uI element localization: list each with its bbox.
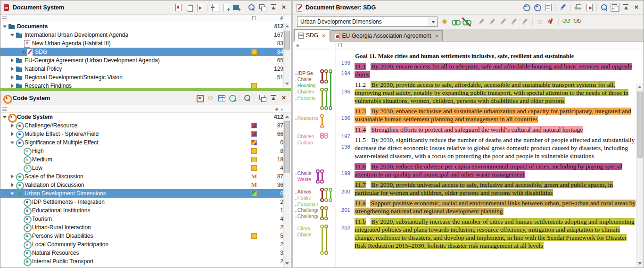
close-icon[interactable] — [280, 3, 289, 12]
insert-document-icon[interactable] — [173, 3, 182, 12]
paragraph[interactable]: Goal 11. Make cities and human settlemen… — [355, 52, 636, 60]
print-icon[interactable] — [574, 3, 583, 12]
paragraph-number[interactable]: 196 — [341, 115, 350, 121]
paragraph[interactable]: 11.aSupport positive economic, social an… — [355, 199, 636, 215]
scroll-down-icon[interactable] — [284, 80, 290, 87]
code-row[interactable]: Multiple Effect - Sphere//Field66 — [0, 130, 283, 138]
paragraph-number[interactable]: 199 — [341, 170, 350, 176]
coding-stripe[interactable] — [330, 71, 331, 108]
sort-diamond-icon[interactable] — [275, 107, 279, 111]
code-row[interactable]: Internal Public Transport2 — [0, 257, 283, 266]
redo-coding-icon[interactable] — [572, 17, 581, 26]
import-document-icon[interactable] — [210, 3, 219, 12]
paragraph[interactable]: 11.1By 2030, ensure access for all to ad… — [355, 62, 636, 78]
paragraph-column-icon[interactable] — [339, 43, 342, 47]
code-row[interactable]: Low4 — [0, 164, 283, 172]
coding-stripe-label[interactable]: ..Persons — [295, 95, 315, 100]
paragraph-number[interactable]: 202 — [341, 226, 350, 231]
new-code-icon[interactable] — [228, 93, 237, 102]
undock-icon[interactable] — [258, 3, 267, 12]
highlighter-pencil-icon[interactable] — [488, 17, 497, 26]
document-row[interactable]: SDG84 — [0, 48, 283, 56]
coding-stripe[interactable] — [326, 226, 327, 253]
document-system-scrollbar[interactable] — [283, 23, 290, 87]
scroll-up-icon[interactable] — [284, 113, 290, 120]
new-document-icon[interactable] — [221, 3, 230, 12]
chevron-down-icon[interactable] — [9, 31, 15, 39]
scroll-down-icon[interactable] — [636, 260, 643, 267]
tree-view-icon[interactable] — [2, 17, 7, 20]
scrollbar-track[interactable] — [636, 91, 643, 260]
paragraph-number[interactable]: 197 — [341, 134, 350, 139]
code-row[interactable]: Tourism4 — [0, 215, 283, 223]
code-row[interactable]: IDP Settlements - Integration2 — [0, 198, 283, 206]
paragraph[interactable]: 11.bBy 2020, substantially increase the … — [355, 218, 636, 250]
close-tab-icon[interactable] — [322, 32, 326, 39]
scrollbar-thumb[interactable] — [284, 31, 290, 50]
scroll-up-icon[interactable] — [636, 84, 643, 91]
coding-stripe-label[interactable]: ..Challen — [295, 134, 314, 139]
highlighter-pencil-icon[interactable] — [510, 17, 519, 26]
close-icon[interactable] — [280, 93, 289, 102]
maximize-icon[interactable] — [269, 3, 278, 12]
undock-active-icon[interactable] — [611, 3, 619, 12]
coding-stripe-label[interactable]: ..Cultura — [295, 140, 314, 145]
new-folder-icon[interactable] — [232, 3, 241, 12]
code-row[interactable]: Code System412 — [0, 113, 283, 121]
paragraph-number[interactable]: 193 — [341, 60, 350, 66]
chevron-right-icon[interactable] — [9, 73, 15, 82]
code-row[interactable]: Challenge//Resource87 — [0, 121, 283, 130]
code-system-scrollbar[interactable] — [283, 113, 290, 267]
paragraph[interactable]: 11.5By 2030, significantly reduce the nu… — [355, 136, 636, 160]
document-row[interactable]: National Policy129 — [0, 65, 283, 73]
coding-stripe-label[interactable]: ..Challe — [295, 76, 312, 82]
coding-stripe-label[interactable]: ..Public — [295, 195, 311, 201]
document-text[interactable]: Goal 11. Make cities and human settlemen… — [353, 49, 644, 268]
paragraph[interactable]: 11.6By 2030, reduce the adverse per capi… — [355, 162, 636, 178]
emoticode-icon[interactable] — [536, 17, 545, 26]
paragraph[interactable]: 11.4Strengthen efforts to protect and sa… — [355, 126, 636, 134]
paragraph[interactable]: 11.3By 2030, enhance inclusive and susta… — [355, 107, 636, 123]
search-icon[interactable] — [600, 3, 609, 12]
coding-stripe[interactable] — [326, 90, 327, 108]
chevron-right-icon[interactable] — [9, 181, 15, 189]
code-row[interactable]: High8 — [0, 147, 283, 155]
chevron-down-icon[interactable] — [9, 189, 15, 198]
emoticode-icon[interactable] — [206, 93, 215, 102]
coding-stripe-label[interactable]: ..Resource — [295, 115, 318, 121]
paragraph[interactable]: 11.7By 2030, provide universal access to… — [355, 181, 636, 197]
code-row[interactable]: Persons with Disabilities5 — [0, 232, 283, 240]
code-row[interactable]: Significance of Multiple Effect0 — [0, 138, 283, 147]
chevron-right-icon[interactable] — [9, 82, 15, 88]
chevron-down-icon[interactable] — [2, 22, 8, 31]
search-icon[interactable] — [243, 93, 252, 102]
code-row[interactable]: Local Community Participation2 — [0, 240, 283, 249]
paragraph[interactable]: 11.2By 2030, provide access to safe, aff… — [355, 81, 636, 105]
paragraph-number[interactable]: 194 — [341, 70, 350, 76]
maximize-icon[interactable] — [269, 93, 278, 102]
maximize-icon[interactable] — [621, 3, 630, 12]
close-tab-icon[interactable] — [435, 33, 438, 40]
coding-stripe-label[interactable]: ..IDP Se — [295, 70, 313, 76]
coding-stripe[interactable] — [322, 90, 323, 108]
coding-stripe-label[interactable]: ..Atmos — [295, 189, 312, 194]
code-row[interactable]: Educational Institutions1 — [0, 206, 283, 215]
scrollbar-thumb[interactable] — [637, 92, 643, 158]
activate-code-diamond-icon[interactable] — [440, 17, 449, 26]
coding-stripe-label[interactable]: ..Challenge — [295, 207, 318, 213]
code-in-vivo-icon[interactable] — [546, 17, 555, 26]
highlighter-pencil-icon[interactable] — [499, 17, 508, 26]
scroll-up-icon[interactable] — [284, 23, 290, 30]
chevron-right-icon[interactable] — [9, 172, 15, 181]
chevron-right-icon[interactable] — [9, 56, 15, 65]
document-row[interactable]: Documents412 — [0, 22, 283, 31]
highlighter-pencil-icon[interactable] — [520, 17, 529, 26]
document-tab[interactable]: EU-Georgia Association Agreement — [330, 30, 443, 41]
highlighter-pencil-icon[interactable] — [477, 17, 486, 26]
move-document-icon[interactable] — [195, 3, 204, 12]
code-selector-dropdown[interactable]: Urban Development Dimensions — [297, 17, 438, 27]
zoom-out-icon[interactable] — [522, 3, 531, 12]
paragraph-number[interactable]: 198 — [341, 144, 350, 150]
code-row[interactable]: Validation of Discussion36 — [0, 181, 283, 189]
chevron-down-icon[interactable] — [9, 138, 15, 147]
